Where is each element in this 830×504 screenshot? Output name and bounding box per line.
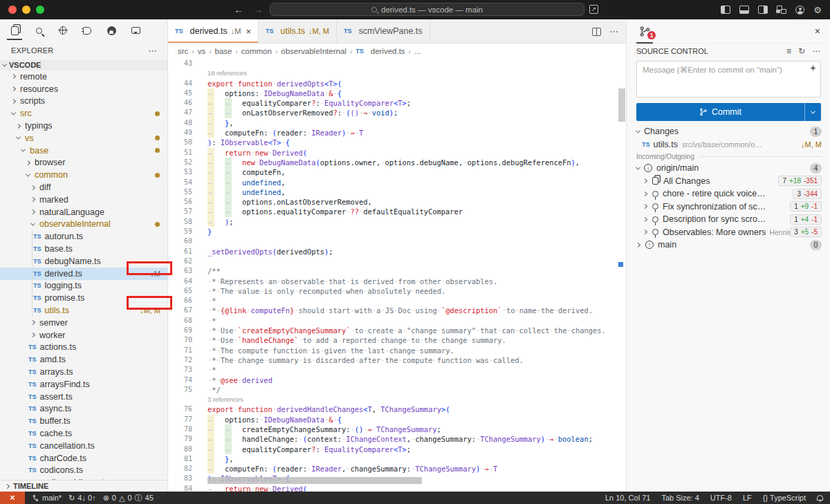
search-view-icon[interactable] xyxy=(33,24,45,37)
breadcrumb-item-src[interactable]: src xyxy=(178,47,188,55)
code-line-84[interactable]: 84→return·new·Derived( xyxy=(168,484,626,492)
tree-item-cancellation.ts[interactable]: TScancellation.ts xyxy=(0,440,167,452)
tree-item-charCode.ts[interactable]: TScharCode.ts xyxy=(0,452,167,465)
settings-gear-icon[interactable]: ⚙ xyxy=(813,6,822,15)
vertical-scrollbar[interactable] xyxy=(618,88,625,122)
chat-icon[interactable] xyxy=(129,24,142,37)
code-editor[interactable]: 4318 references44export·function·derived… xyxy=(168,59,626,492)
problems-status-item[interactable]: ⊗ 0 △ 0 ⓘ 45 xyxy=(103,493,154,503)
code-line-71[interactable]: 71·*·The·compute·function·is·given·the·l… xyxy=(168,346,626,355)
scm-more-icon[interactable]: ⋯ xyxy=(812,46,820,56)
view-as-list-icon[interactable]: ≡ xyxy=(786,46,791,56)
zoom-window-button[interactable] xyxy=(36,6,44,14)
changes-section-header[interactable]: Changes1 xyxy=(627,125,830,138)
code-line-75[interactable]: 75·*/ xyxy=(168,385,626,395)
sparkle-icon[interactable] xyxy=(810,65,816,71)
tab-utils.ts[interactable]: TSutils.ts↓M, M xyxy=(259,19,337,43)
minimize-window-button[interactable] xyxy=(22,6,30,14)
code-line-81[interactable]: 81→}, xyxy=(168,454,626,464)
tree-item-assert.ts[interactable]: TSassert.ts xyxy=(0,391,167,403)
code-line-49[interactable]: 49→computeFn:·(reader:·IReader)·⇒·T xyxy=(168,128,626,138)
tree-item-src[interactable]: src xyxy=(0,107,167,120)
tree-root-vscode[interactable]: VSCODE xyxy=(0,59,167,71)
commit-button[interactable]: Commit xyxy=(636,103,821,121)
breadcrumb[interactable]: src›vs›base›common›observableInternal›TS… xyxy=(168,44,626,59)
tree-item-remote[interactable]: remote xyxy=(0,71,167,83)
tree-item-scripts[interactable]: scripts xyxy=(0,95,167,108)
tab-derived.ts[interactable]: TSderived.ts↓M× xyxy=(168,19,259,43)
tree-item-base.ts[interactable]: TSbase.ts xyxy=(0,243,167,255)
tree-item-diff[interactable]: diff xyxy=(0,181,167,194)
tree-item-async.ts[interactable]: TSasync.ts xyxy=(0,403,167,416)
code-line-56[interactable]: 56→→options.onLastObserverRemoved, xyxy=(168,197,626,207)
code-line-74[interactable]: 74·*·@see·derived xyxy=(168,375,626,385)
close-window-button[interactable] xyxy=(8,6,17,14)
codelens-references[interactable]: 3 references xyxy=(168,395,626,404)
code-line-58[interactable]: 58→); xyxy=(168,217,626,227)
code-line-43[interactable]: 43 xyxy=(168,59,626,68)
code-line-78[interactable]: 78→→createEmptyChangeSummary:·()·⇒·TChan… xyxy=(168,424,626,434)
code-line-60[interactable]: 60 xyxy=(168,236,626,246)
close-tab-icon[interactable]: × xyxy=(246,26,251,37)
code-line-64[interactable]: 64·*·Represents·an·observable·that·is·de… xyxy=(168,277,626,286)
breadcrumb-item-base[interactable]: base xyxy=(215,47,232,55)
changed-file-utils.ts[interactable]: TSutils.tssrc/vs/base/common/observableI… xyxy=(627,138,830,151)
scm-row-Description for sy[interactable]: Description for sync scrolling (#2090...… xyxy=(627,213,830,226)
tree-item-buffer.ts[interactable]: TSbuffer.ts xyxy=(0,415,167,427)
tree-item-typings[interactable]: typings xyxy=(0,120,167,132)
code-line-54[interactable]: 54→→undefined, xyxy=(168,178,626,187)
sync-status-item[interactable]: ↻ 4↓ 0↑ xyxy=(68,494,96,503)
forward-arrow-icon[interactable]: → xyxy=(253,4,263,15)
customize-layout-icon[interactable] xyxy=(777,6,786,14)
code-line-72[interactable]: 72·*·The·change·summary·is·discarded·aft… xyxy=(168,355,626,365)
notifications-bell-icon[interactable] xyxy=(817,495,823,501)
toggle-primary-sidebar-icon[interactable] xyxy=(721,6,730,14)
cursor-position[interactable]: Ln 10, Col 71 xyxy=(605,494,650,502)
breadcrumb-item-common[interactable]: common xyxy=(241,47,272,55)
scm-row-chore - retire qui[interactable]: chore - retire quick voice since there .… xyxy=(627,187,830,200)
code-line-79[interactable]: 79→→handleChange:·(context:·IChangeConte… xyxy=(168,434,626,444)
tree-item-arraysFind.ts[interactable]: TSarraysFind.ts xyxy=(0,378,167,391)
remote-indicator[interactable]: × xyxy=(0,492,25,504)
command-center[interactable]: derived.ts — vscode — main xyxy=(270,3,584,16)
tree-item-common[interactable]: common xyxy=(0,169,167,181)
code-line-48[interactable]: 48→}, xyxy=(168,118,626,128)
tree-item-naturalLanguage[interactable]: naturalLanguage xyxy=(0,206,167,218)
explorer-files-icon[interactable] xyxy=(8,24,21,37)
code-line-76[interactable]: 76export·function·derivedHandleChanges<T… xyxy=(168,404,626,414)
code-line-46[interactable]: 46→→equalityComparer?:·EqualityComparer<… xyxy=(168,98,626,108)
toggle-panel-icon[interactable] xyxy=(739,6,749,14)
breadcrumb-item-file[interactable]: derived.ts xyxy=(371,47,405,55)
debug-icon[interactable] xyxy=(57,24,69,37)
code-line-47[interactable]: 47→→onLastObserverRemoved?:·(()·⇒·void); xyxy=(168,108,626,118)
tree-item-browser[interactable]: browser xyxy=(0,157,167,169)
codelens-references[interactable]: 18 references xyxy=(168,68,626,78)
outgoing-main[interactable]: ↑main0 xyxy=(627,239,830,252)
incoming-origin-main[interactable]: ↓origin/main4 xyxy=(627,162,830,175)
code-line-57[interactable]: 57→→options.equalityComparer·??·defaultE… xyxy=(168,207,626,216)
code-line-63[interactable]: 63/** xyxy=(168,266,626,276)
tree-item-arrays.ts[interactable]: TSarrays.ts xyxy=(0,366,167,378)
code-line-55[interactable]: 55→→undefined, xyxy=(168,187,626,197)
code-line-44[interactable]: 44export·function·derivedOpts<T>( xyxy=(168,79,626,88)
tree-item-cache.ts[interactable]: TScache.ts xyxy=(0,427,167,440)
timeline-section[interactable]: TIMELINE xyxy=(0,480,167,492)
breadcrumb-item-observableInternal[interactable]: observableInternal xyxy=(281,47,347,55)
tree-item-logging.ts[interactable]: TSlogging.ts xyxy=(0,280,167,292)
code-line-77[interactable]: 77→options:·IDebugNameData·&·{ xyxy=(168,415,626,424)
window-controls[interactable] xyxy=(8,6,44,14)
tree-item-resources[interactable]: resources xyxy=(0,83,167,95)
code-line-45[interactable]: 45→options:·IDebugNameData·&·{ xyxy=(168,88,626,98)
code-line-50[interactable]: 50):·IObservable<T>·{ xyxy=(168,138,626,147)
split-editor-icon[interactable] xyxy=(592,28,601,36)
tab-size[interactable]: Tab Size: 4 xyxy=(661,494,699,502)
extensions-icon[interactable] xyxy=(81,24,93,37)
tree-item-codicons.ts[interactable]: TScodicons.ts xyxy=(0,465,167,477)
code-line-52[interactable]: 52→→new·DebugNameData(options.owner,·opt… xyxy=(168,158,626,167)
tree-item-amd.ts[interactable]: TSamd.ts xyxy=(0,353,167,366)
commit-dropdown[interactable] xyxy=(804,103,821,121)
code-line-61[interactable]: 61_setDerivedOpts(derivedOpts); xyxy=(168,247,626,256)
code-line-59[interactable]: 59} xyxy=(168,227,626,236)
scm-row-Fix synchronizatio[interactable]: Fix synchronization of scrolling event .… xyxy=(627,200,830,214)
commit-message-input[interactable]: Message (⌘Enter to commit on "main") xyxy=(636,61,821,97)
